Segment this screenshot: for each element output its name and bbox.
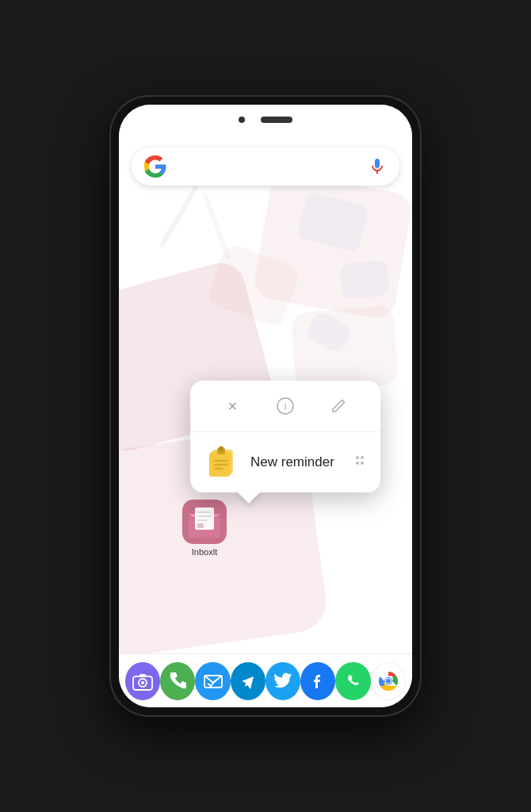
svg-point-24: [141, 681, 144, 684]
popup-info-button[interactable]: i: [271, 392, 300, 420]
dock-facebook-icon[interactable]: [300, 662, 335, 700]
dock-email-icon[interactable]: [195, 662, 230, 700]
svg-point-13: [361, 462, 364, 465]
dock-camera-icon[interactable]: [125, 662, 160, 700]
phone-device: × i: [111, 97, 420, 715]
popup-actions-row: × i: [190, 381, 380, 432]
svg-point-11: [361, 456, 364, 459]
svg-rect-21: [197, 523, 204, 528]
app-shortcut-popup: × i: [190, 381, 380, 492]
dock-telegram-icon[interactable]: [231, 662, 266, 700]
svg-rect-25: [139, 674, 146, 677]
dock-chrome-icon[interactable]: [371, 662, 406, 700]
mic-icon[interactable]: [368, 157, 387, 176]
bg-shape-3: [290, 305, 399, 393]
front-camera: [239, 117, 245, 123]
google-logo: [144, 155, 166, 178]
google-search-bar[interactable]: [132, 147, 399, 186]
dock-phone-icon[interactable]: [160, 662, 195, 700]
inboxit-app-label: Inboxlt: [192, 547, 217, 557]
svg-point-29: [344, 672, 363, 691]
popup-edit-button[interactable]: [324, 392, 353, 420]
edit-icon: [330, 398, 346, 414]
svg-rect-20: [197, 519, 207, 521]
svg-point-33: [386, 679, 391, 684]
svg-rect-4: [211, 451, 231, 475]
phone-screen: × i: [119, 105, 412, 707]
phone-top-bar: [119, 105, 412, 135]
wallpaper: × i: [119, 135, 412, 653]
inboxit-icon: [182, 500, 227, 544]
speaker-grille: [261, 117, 292, 123]
bottom-dock: [119, 653, 412, 707]
svg-rect-6: [219, 446, 223, 451]
reminder-app-icon: [203, 443, 241, 481]
drag-handle[interactable]: [352, 453, 368, 473]
deco-line-2: [202, 192, 231, 261]
dock-twitter-icon[interactable]: [266, 662, 300, 700]
svg-rect-19: [197, 515, 212, 517]
popup-app-row: New reminder: [190, 432, 380, 492]
reminder-app-name: New reminder: [250, 454, 342, 470]
popup-close-button[interactable]: ×: [218, 392, 246, 420]
svg-point-10: [356, 456, 359, 459]
card-shape-2: [339, 259, 390, 299]
svg-point-12: [356, 462, 359, 465]
svg-text:i: i: [285, 401, 287, 412]
inboxit-app-container[interactable]: Inboxlt: [182, 500, 227, 557]
dock-whatsapp-icon[interactable]: [335, 662, 370, 700]
info-icon: i: [277, 397, 294, 415]
svg-rect-18: [197, 511, 212, 513]
